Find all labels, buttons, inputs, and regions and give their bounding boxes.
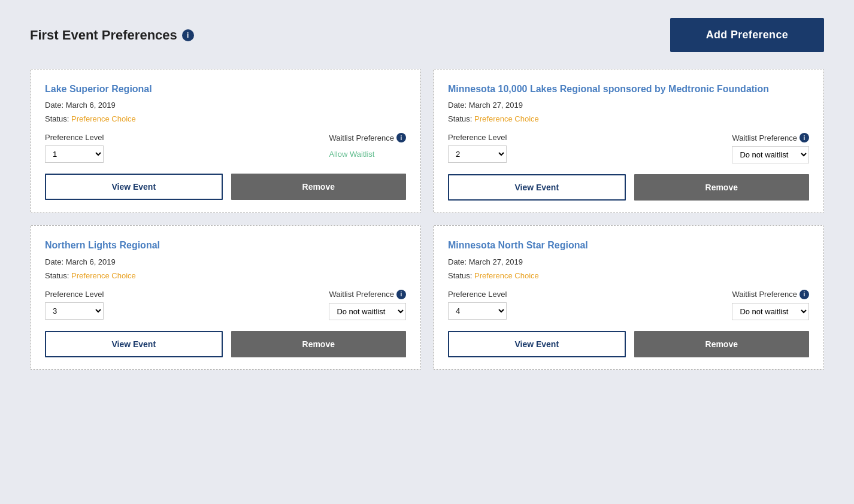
remove-button[interactable]: Remove: [634, 331, 810, 357]
waitlist-select[interactable]: Do not waitlist Allow Waitlist: [732, 146, 809, 163]
preference-level-group: Preference Level 3 1234: [45, 290, 104, 320]
page-header: First Event Preferences i Add Preference: [30, 18, 824, 52]
preference-level-label: Preference Level: [448, 290, 507, 299]
event-card-1: Lake Superior Regional Date: March 6, 20…: [30, 69, 421, 213]
card-controls-row: Preference Level 2 1234 Waitlist Prefere…: [448, 133, 809, 163]
card-controls-row: Preference Level 3 1234 Waitlist Prefere…: [45, 290, 406, 320]
remove-button[interactable]: Remove: [231, 174, 407, 200]
card-controls-row: Preference Level 1 1234 Waitlist Prefere…: [45, 133, 406, 163]
card-buttons: View Event Remove: [45, 174, 406, 200]
preference-level-label: Preference Level: [45, 290, 104, 299]
card-title: Lake Superior Regional: [45, 83, 406, 96]
card-buttons: View Event Remove: [45, 331, 406, 357]
waitlist-group: Waitlist Preferencei Do not waitlist All…: [329, 290, 406, 320]
preference-level-select[interactable]: 2 1234: [448, 145, 507, 163]
waitlist-group: Waitlist Preferencei Do not waitlist All…: [732, 133, 809, 163]
waitlist-info-icon[interactable]: i: [396, 290, 406, 299]
card-date: Date: March 6, 2019: [45, 257, 406, 266]
preference-level-select[interactable]: 3 1234: [45, 302, 104, 320]
waitlist-info-icon[interactable]: i: [800, 290, 809, 299]
info-icon[interactable]: i: [182, 29, 194, 41]
card-controls-row: Preference Level 4 1234 Waitlist Prefere…: [448, 290, 809, 320]
waitlist-label: Waitlist Preferencei: [732, 133, 809, 142]
waitlist-info-icon[interactable]: i: [396, 133, 406, 142]
preference-level-group: Preference Level 2 1234: [448, 133, 507, 163]
cards-grid: Lake Superior Regional Date: March 6, 20…: [30, 69, 824, 370]
remove-button[interactable]: Remove: [634, 174, 810, 201]
preference-level-label: Preference Level: [45, 133, 104, 142]
status-value: Preference Choice: [71, 114, 136, 123]
view-event-button[interactable]: View Event: [448, 331, 626, 357]
event-card-3: Northern Lights Regional Date: March 6, …: [30, 225, 421, 369]
preference-level-select[interactable]: 1 1234: [45, 145, 104, 163]
card-title: Minnesota North Star Regional: [448, 239, 809, 252]
waitlist-group: Waitlist Preferencei Do not waitlist All…: [732, 290, 809, 320]
view-event-button[interactable]: View Event: [45, 174, 223, 200]
add-preference-button[interactable]: Add Preference: [670, 18, 824, 52]
remove-button[interactable]: Remove: [231, 331, 407, 357]
card-status: Status: Preference Choice: [45, 114, 406, 123]
waitlist-label: Waitlist Preferencei: [732, 290, 809, 299]
waitlist-group: Waitlist Preferencei Allow Waitlist: [329, 133, 406, 159]
event-card-4: Minnesota North Star Regional Date: Marc…: [433, 225, 824, 369]
view-event-button[interactable]: View Event: [45, 331, 223, 357]
card-status: Status: Preference Choice: [448, 271, 809, 280]
waitlist-label: Waitlist Preferencei: [329, 290, 406, 299]
preference-level-group: Preference Level 4 1234: [448, 290, 507, 320]
waitlist-info-icon[interactable]: i: [800, 133, 809, 142]
preference-level-select[interactable]: 4 1234: [448, 302, 507, 320]
card-buttons: View Event Remove: [448, 174, 809, 201]
card-date: Date: March 27, 2019: [448, 257, 809, 266]
page-title: First Event Preferences: [30, 28, 177, 43]
status-value: Preference Choice: [474, 114, 539, 123]
card-status: Status: Preference Choice: [448, 114, 809, 123]
card-buttons: View Event Remove: [448, 331, 809, 357]
status-value: Preference Choice: [474, 271, 539, 280]
allow-waitlist-link[interactable]: Allow Waitlist: [329, 146, 374, 159]
card-title: Minnesota 10,000 Lakes Regional sponsore…: [448, 83, 809, 96]
card-status: Status: Preference Choice: [45, 271, 406, 280]
preference-level-group: Preference Level 1 1234: [45, 133, 104, 163]
waitlist-label: Waitlist Preferencei: [329, 133, 406, 142]
waitlist-select[interactable]: Do not waitlist Allow Waitlist: [732, 303, 809, 320]
waitlist-select[interactable]: Do not waitlist Allow Waitlist: [329, 303, 406, 320]
view-event-button[interactable]: View Event: [448, 174, 626, 201]
card-title: Northern Lights Regional: [45, 239, 406, 252]
card-date: Date: March 27, 2019: [448, 101, 809, 110]
status-value: Preference Choice: [71, 271, 136, 280]
page-title-wrap: First Event Preferences i: [30, 28, 194, 43]
preference-level-label: Preference Level: [448, 133, 507, 142]
event-card-2: Minnesota 10,000 Lakes Regional sponsore…: [433, 69, 824, 213]
card-date: Date: March 6, 2019: [45, 101, 406, 110]
